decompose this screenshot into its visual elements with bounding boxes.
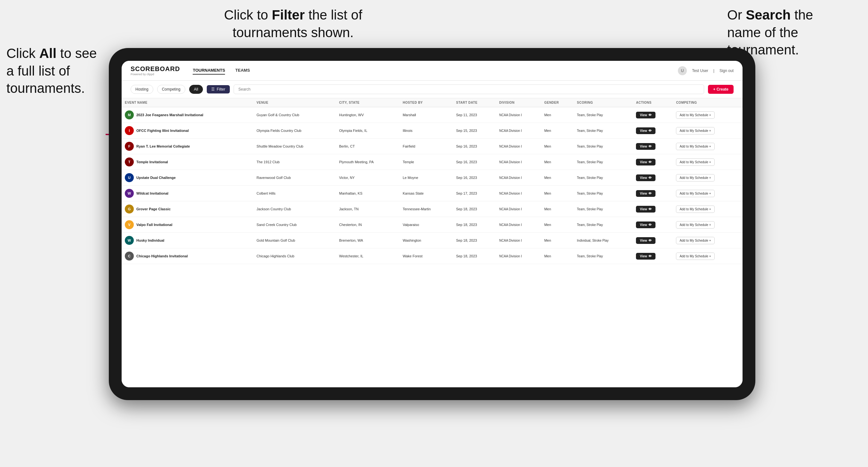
cell-city-state: Huntington, WV — [336, 107, 399, 123]
create-button[interactable]: + Create — [708, 85, 734, 94]
team-logo: W — [125, 189, 134, 198]
cell-division: NCAA Division I — [496, 248, 541, 264]
eye-icon: 👁 — [648, 129, 652, 132]
table-row: W Husky Individual Gold Mountain Golf Cl… — [122, 233, 743, 248]
cell-competing: Add to My Schedule + — [673, 170, 743, 186]
table-row: M 2023 Joe Feaganes Marshall Invitationa… — [122, 107, 743, 123]
table-row: C Chicago Highlands Invitational Chicago… — [122, 248, 743, 264]
cell-gender: Men — [541, 123, 574, 138]
app-logo: SCOREBOARD — [131, 65, 180, 73]
cell-hosted-by: Le Moyne — [399, 170, 453, 186]
cell-division: NCAA Division I — [496, 186, 541, 201]
app-logo-sub: Powered by clippd — [131, 73, 180, 76]
cell-competing: Add to My Schedule + — [673, 201, 743, 217]
table-row: I OFCC Fighting Illini Invitational Olym… — [122, 123, 743, 138]
cell-start-date: Sep 18, 2023 — [453, 248, 496, 264]
cell-gender: Men — [541, 107, 574, 123]
cell-division: NCAA Division I — [496, 170, 541, 186]
team-logo: M — [125, 111, 134, 119]
team-logo: V — [125, 220, 134, 229]
col-gender: GENDER — [541, 98, 574, 107]
cell-city-state: Westchester, IL — [336, 248, 399, 264]
logo-area: SCOREBOARD Powered by clippd — [131, 65, 180, 76]
add-to-schedule-button[interactable]: Add to My Schedule + — [676, 253, 714, 260]
eye-icon: 👁 — [648, 113, 652, 117]
view-button[interactable]: View 👁 — [636, 112, 655, 118]
view-button[interactable]: View 👁 — [636, 159, 655, 165]
team-logo: C — [125, 252, 134, 260]
add-to-schedule-button[interactable]: Add to My Schedule + — [676, 237, 714, 244]
cell-scoring: Team, Stroke Play — [574, 170, 633, 186]
table-row: U Upstate Dual Challenge Ravenwood Golf … — [122, 170, 743, 186]
user-name: Test User — [692, 68, 708, 73]
view-button[interactable]: View 👁 — [636, 190, 655, 197]
team-logo: T — [125, 157, 134, 166]
add-to-schedule-button[interactable]: Add to My Schedule + — [676, 143, 714, 150]
cell-city-state: Bremerton, WA — [336, 233, 399, 248]
competing-tab[interactable]: Competing — [157, 85, 185, 94]
cell-division: NCAA Division I — [496, 217, 541, 233]
cell-event-name: C Chicago Highlands Invitational — [122, 248, 253, 264]
table-row: G Grover Page Classic Jackson Country Cl… — [122, 201, 743, 217]
cell-actions: View 👁 — [633, 123, 673, 138]
col-event-name: EVENT NAME — [122, 98, 253, 107]
cell-city-state: Chesterton, IN — [336, 217, 399, 233]
cell-start-date: Sep 16, 2023 — [453, 138, 496, 154]
view-button[interactable]: View 👁 — [636, 143, 655, 150]
team-logo: I — [125, 126, 134, 135]
event-name: Upstate Dual Challenge — [136, 176, 176, 180]
cell-city-state: Olympia Fields, IL — [336, 123, 399, 138]
cell-venue: Gold Mountain Golf Club — [253, 233, 336, 248]
nav-tab-teams[interactable]: TEAMS — [235, 67, 250, 74]
cell-venue: Shuttle Meadow Country Club — [253, 138, 336, 154]
col-scoring: SCORING — [574, 98, 633, 107]
add-to-schedule-button[interactable]: Add to My Schedule + — [676, 221, 714, 228]
eye-icon: 👁 — [648, 208, 652, 211]
cell-gender: Men — [541, 217, 574, 233]
view-button[interactable]: View 👁 — [636, 253, 655, 259]
search-input[interactable] — [234, 85, 705, 94]
event-name: Ryan T. Lee Memorial Collegiate — [136, 144, 190, 148]
eye-icon: 👁 — [648, 254, 652, 258]
eye-icon: 👁 — [648, 239, 652, 242]
col-division: DIVISION — [496, 98, 541, 107]
add-to-schedule-button[interactable]: Add to My Schedule + — [676, 158, 714, 166]
cell-scoring: Team, Stroke Play — [574, 107, 633, 123]
cell-hosted-by: Temple — [399, 154, 453, 170]
event-name: Chicago Highlands Invitational — [136, 254, 188, 258]
view-button[interactable]: View 👁 — [636, 175, 655, 181]
cell-start-date: Sep 17, 2023 — [453, 186, 496, 201]
cell-actions: View 👁 — [633, 248, 673, 264]
add-to-schedule-button[interactable]: Add to My Schedule + — [676, 206, 714, 213]
view-button[interactable]: View 👁 — [636, 237, 655, 244]
view-button[interactable]: View 👁 — [636, 127, 655, 134]
cell-division: NCAA Division I — [496, 201, 541, 217]
filter-button[interactable]: ☰ Filter — [207, 85, 230, 93]
all-tab[interactable]: All — [189, 85, 203, 94]
view-button[interactable]: View 👁 — [636, 221, 655, 228]
table-row: W Wildcat Invitational Colbert Hills Man… — [122, 186, 743, 201]
view-button[interactable]: View 👁 — [636, 206, 655, 213]
cell-gender: Men — [541, 201, 574, 217]
cell-competing: Add to My Schedule + — [673, 217, 743, 233]
cell-start-date: Sep 16, 2023 — [453, 154, 496, 170]
cell-actions: View 👁 — [633, 201, 673, 217]
event-name: OFCC Fighting Illini Invitational — [136, 129, 189, 132]
signout-link[interactable]: Sign out — [719, 68, 734, 73]
cell-venue: Jackson Country Club — [253, 201, 336, 217]
cell-competing: Add to My Schedule + — [673, 123, 743, 138]
add-to-schedule-button[interactable]: Add to My Schedule + — [676, 174, 714, 182]
cell-venue: Guyan Golf & Country Club — [253, 107, 336, 123]
cell-event-name: W Husky Individual — [122, 233, 253, 248]
event-name: Husky Individual — [136, 239, 164, 242]
cell-hosted-by: Tennessee-Martin — [399, 201, 453, 217]
nav-tab-tournaments[interactable]: TOURNAMENTS — [193, 67, 225, 74]
add-to-schedule-button[interactable]: Add to My Schedule + — [676, 190, 714, 197]
cell-actions: View 👁 — [633, 233, 673, 248]
hosting-tab[interactable]: Hosting — [131, 85, 153, 94]
cell-start-date: Sep 11, 2023 — [453, 107, 496, 123]
cell-actions: View 👁 — [633, 138, 673, 154]
cell-gender: Men — [541, 138, 574, 154]
add-to-schedule-button[interactable]: Add to My Schedule + — [676, 127, 714, 134]
add-to-schedule-button[interactable]: Add to My Schedule + — [676, 112, 714, 119]
